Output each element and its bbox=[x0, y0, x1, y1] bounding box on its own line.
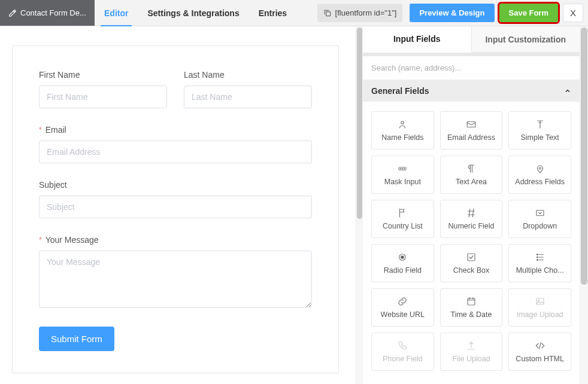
first-name-label: First Name bbox=[39, 70, 167, 80]
search-input[interactable] bbox=[363, 56, 580, 80]
svg-point-7 bbox=[539, 167, 541, 169]
field-card-label: Name Fields bbox=[381, 133, 423, 142]
svg-rect-0 bbox=[326, 11, 330, 16]
side-panel: Input Fields Input Customization General… bbox=[363, 26, 588, 384]
tab-input-customization[interactable]: Input Customization bbox=[471, 26, 580, 52]
field-card-upload[interactable]: File Upload bbox=[440, 333, 503, 371]
field-card-mask[interactable]: Mask Input bbox=[371, 156, 434, 194]
field-card-para[interactable]: Text Area bbox=[440, 156, 503, 194]
field-card-label: Country List bbox=[383, 222, 423, 230]
form-preview-card: First Name Last Name *Email Subject *You… bbox=[12, 45, 339, 373]
field-card-label: Check Box bbox=[453, 266, 489, 275]
field-last-name[interactable]: Last Name bbox=[184, 70, 312, 108]
svg-rect-15 bbox=[468, 298, 475, 305]
svg-rect-11 bbox=[468, 254, 475, 261]
svg-point-13 bbox=[537, 257, 538, 258]
field-card-hash[interactable]: Numeric Field bbox=[440, 200, 503, 238]
form-title-box[interactable]: Contact Form De... bbox=[0, 0, 95, 26]
preview-button[interactable]: Preview & Design bbox=[410, 4, 494, 22]
field-message[interactable]: *Your Message bbox=[39, 235, 312, 310]
scroll-thumb[interactable] bbox=[357, 28, 362, 219]
phone-icon bbox=[397, 340, 408, 351]
link-icon bbox=[397, 296, 408, 307]
editor-scrollbar[interactable] bbox=[356, 26, 363, 384]
svg-point-5 bbox=[402, 168, 403, 169]
svg-point-10 bbox=[401, 256, 404, 259]
svg-rect-16 bbox=[537, 298, 544, 305]
svg-point-6 bbox=[404, 168, 405, 169]
field-card-label: Time & Date bbox=[450, 310, 492, 319]
flag-icon bbox=[397, 208, 408, 218]
form-title: Contact Form De... bbox=[20, 8, 86, 17]
field-card-multi[interactable]: Multiple Cho... bbox=[508, 244, 571, 282]
mask-icon bbox=[397, 163, 408, 174]
subject-input[interactable] bbox=[39, 196, 312, 218]
text-icon bbox=[535, 119, 545, 130]
message-textarea[interactable] bbox=[39, 251, 312, 308]
tab-editor[interactable]: Editor bbox=[95, 0, 138, 26]
pin-icon bbox=[535, 163, 545, 174]
para-icon bbox=[466, 163, 477, 174]
field-card-phone[interactable]: Phone Field bbox=[371, 333, 434, 371]
required-asterisk: * bbox=[39, 236, 42, 244]
field-first-name[interactable]: First Name bbox=[39, 70, 167, 108]
field-card-dropdown[interactable]: Dropdown bbox=[508, 200, 571, 238]
image-icon bbox=[535, 296, 545, 307]
field-card-text[interactable]: Simple Text bbox=[508, 111, 571, 150]
field-card-label: Radio Field bbox=[384, 266, 422, 275]
multi-icon bbox=[535, 252, 545, 263]
side-tabs: Input Fields Input Customization bbox=[363, 26, 580, 53]
category-general-fields[interactable]: General Fields bbox=[363, 80, 580, 102]
field-card-link[interactable]: Website URL bbox=[371, 288, 434, 327]
submit-button[interactable]: Submit Form bbox=[39, 327, 114, 351]
upload-icon bbox=[466, 340, 477, 351]
message-label: *Your Message bbox=[39, 235, 312, 245]
field-subject[interactable]: Subject bbox=[39, 180, 312, 218]
svg-point-1 bbox=[401, 121, 404, 124]
field-card-label: Mask Input bbox=[384, 178, 421, 186]
tab-entries[interactable]: Entries bbox=[249, 0, 296, 26]
field-card-label: Simple Text bbox=[520, 133, 559, 142]
field-card-label: Image Upload bbox=[517, 310, 563, 319]
field-card-pin[interactable]: Address Fields bbox=[508, 156, 571, 194]
tab-settings[interactable]: Settings & Integrations bbox=[138, 0, 248, 26]
user-icon bbox=[397, 119, 408, 130]
field-card-label: Multiple Cho... bbox=[516, 266, 564, 275]
field-card-image[interactable]: Image Upload bbox=[508, 288, 571, 327]
fields-grid: Name FieldsEmail AddressSimple TextMask … bbox=[363, 102, 580, 380]
svg-point-14 bbox=[537, 260, 538, 261]
email-input[interactable] bbox=[39, 141, 312, 163]
scroll-thumb[interactable] bbox=[581, 28, 587, 285]
close-button[interactable]: X bbox=[563, 4, 583, 22]
field-card-check[interactable]: Check Box bbox=[440, 244, 503, 282]
check-icon bbox=[466, 252, 477, 263]
field-card-label: Phone Field bbox=[383, 355, 423, 363]
field-card-code[interactable]: Custom HTML bbox=[508, 333, 571, 371]
field-card-label: Email Address bbox=[447, 133, 495, 142]
field-card-label: Address Fields bbox=[515, 178, 565, 186]
field-card-radio[interactable]: Radio Field bbox=[371, 244, 434, 282]
field-card-mail[interactable]: Email Address bbox=[440, 111, 503, 150]
svg-rect-2 bbox=[467, 122, 475, 127]
svg-point-12 bbox=[537, 254, 538, 255]
field-card-user[interactable]: Name Fields bbox=[371, 111, 434, 150]
field-card-label: Dropdown bbox=[523, 222, 557, 230]
save-form-button[interactable]: Save Form bbox=[499, 4, 558, 22]
shortcode-box[interactable]: [fluentform id="1"] bbox=[317, 4, 403, 22]
nav-tabs: Editor Settings & Integrations Entries bbox=[95, 0, 296, 26]
category-label: General Fields bbox=[371, 86, 429, 96]
last-name-input[interactable] bbox=[184, 86, 312, 108]
first-name-input[interactable] bbox=[39, 86, 167, 108]
calendar-icon bbox=[466, 296, 477, 307]
tab-input-fields[interactable]: Input Fields bbox=[363, 26, 471, 53]
field-card-label: Website URL bbox=[381, 310, 425, 319]
main-area: First Name Last Name *Email Subject *You… bbox=[0, 26, 588, 384]
sidebar-scrollbar[interactable] bbox=[580, 26, 588, 384]
field-email[interactable]: *Email bbox=[39, 125, 312, 163]
field-card-calendar[interactable]: Time & Date bbox=[440, 288, 503, 327]
top-bar: Contact Form De... Editor Settings & Int… bbox=[0, 0, 588, 26]
field-card-flag[interactable]: Country List bbox=[371, 200, 434, 238]
chevron-up-icon bbox=[564, 87, 571, 95]
field-card-label: Text Area bbox=[456, 178, 487, 186]
mail-icon bbox=[466, 119, 477, 130]
